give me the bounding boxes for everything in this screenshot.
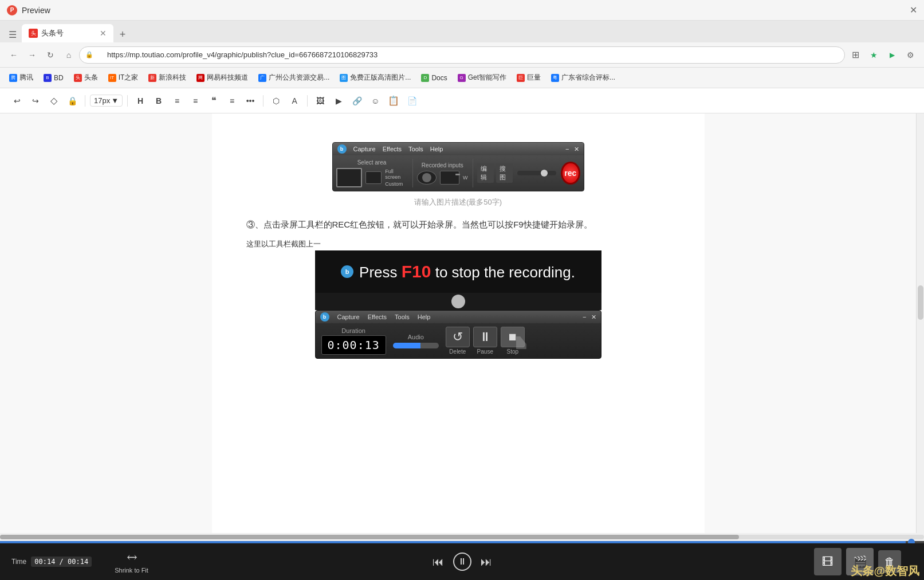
new-tab-button[interactable]: +: [115, 26, 131, 42]
bookmark-ithome[interactable]: IT IT之家: [104, 72, 143, 84]
play-pause-button[interactable]: ⏸: [453, 552, 471, 571]
bookmark-bd[interactable]: B BD: [39, 73, 68, 83]
font-color-button[interactable]: A: [286, 93, 302, 109]
time-label: Time: [11, 558, 26, 566]
duration-label: Duration: [341, 327, 365, 334]
press-f10-banner: b Press F10 to stop the recording.: [315, 250, 601, 293]
bdc-menu-help[interactable]: Help: [418, 313, 431, 320]
horizontal-scrollbar[interactable]: [0, 533, 924, 541]
bandicam-icon: b: [337, 144, 347, 154]
pause-button[interactable]: ⏸ Pause: [473, 327, 497, 355]
stop-button[interactable]: ⏹ Stop: [501, 327, 525, 355]
close-button[interactable]: ✕: [574, 146, 579, 153]
refresh-button[interactable]: ↻: [42, 47, 58, 63]
bookmark-163[interactable]: 网 网易科技频道: [192, 72, 253, 84]
bookmark-label-bd: BD: [54, 74, 64, 82]
bookmark-pic[interactable]: 图 免费正版高清图片...: [335, 72, 415, 84]
redo-button[interactable]: ↪: [27, 93, 44, 109]
browser-tab[interactable]: 头 头条号 ✕: [22, 24, 113, 42]
overlay-search: 搜图: [496, 163, 513, 183]
address-bar: ← → ↻ ⌂ 🔒 https://mp.toutiao.com/profile…: [0, 42, 924, 68]
forward-button[interactable]: →: [24, 47, 40, 63]
playback-controls: ⏮ ⏸ ⏭: [432, 552, 492, 571]
press-suffix: to stop the recording.: [431, 264, 575, 281]
bookmark-docs[interactable]: D Docs: [416, 73, 451, 83]
bookmark-toutiao[interactable]: 头 头条: [69, 72, 103, 84]
window-close-button[interactable]: ✕: [910, 5, 917, 15]
video-button[interactable]: ▶: [331, 93, 347, 109]
bold-button[interactable]: B: [151, 93, 167, 109]
template-button[interactable]: 📋: [386, 93, 402, 109]
sidebar-toggle-button[interactable]: ☰: [5, 26, 21, 42]
bookmark-gd[interactable]: 粤 广东省综合评标...: [546, 72, 620, 84]
bookmark-icon-toutiao: 头: [74, 74, 82, 82]
next-frame-button[interactable]: ⏭: [481, 555, 492, 569]
bookmark-icon-gz: 广: [258, 74, 266, 82]
rec-button[interactable]: rec: [561, 162, 580, 185]
quote-button[interactable]: ❝: [206, 93, 222, 109]
bookmark-button[interactable]: ★: [866, 47, 882, 63]
bdc-menu-tools[interactable]: Tools: [395, 313, 410, 320]
minimize-button[interactable]: −: [565, 146, 569, 153]
bookmark-label-docs: Docs: [431, 74, 447, 82]
scrollbar-thumb-h[interactable]: [0, 535, 739, 539]
menu-help[interactable]: Help: [430, 146, 443, 152]
bookmark-jl[interactable]: 巨 巨量: [512, 72, 545, 84]
bdc-close[interactable]: ✕: [591, 313, 596, 321]
bookmark-ai[interactable]: G Get智能写作: [453, 72, 511, 84]
more-button[interactable]: •••: [242, 93, 258, 109]
delete-icon: ↺: [446, 327, 470, 347]
bookmark-tencent[interactable]: 腾 腾讯: [5, 72, 38, 84]
editor-page: b Capture Effects Tools Help − ✕: [212, 113, 705, 533]
menu-capture[interactable]: Capture: [353, 146, 376, 152]
play-pause-icon: ⏸: [458, 557, 467, 567]
bdc-menu-capture[interactable]: Capture: [337, 313, 360, 320]
toolbar-separator-3: [263, 95, 264, 107]
tab-close-button[interactable]: ✕: [100, 29, 107, 38]
bookmark-icon-sina: 新: [148, 74, 156, 82]
split-view-button[interactable]: ⊞: [847, 47, 863, 63]
bdc-menu-effects[interactable]: Effects: [368, 313, 387, 320]
highlight-button[interactable]: ⬡: [268, 93, 284, 109]
scrollbar-thumb[interactable]: [918, 285, 923, 320]
delete-button[interactable]: ↺ Delete: [446, 327, 470, 355]
save-button[interactable]: 📄: [404, 93, 420, 109]
screenshot-bandicam-first: b Capture Effects Tools Help − ✕: [246, 142, 670, 191]
stop-icon: ⏹: [501, 327, 525, 347]
time-display: Time 00:14 / 00:14: [11, 557, 92, 567]
lock-button[interactable]: 🔒: [64, 93, 80, 109]
settings-button[interactable]: ⚙: [902, 47, 918, 63]
shrink-to-fit-button[interactable]: ⤢ Shrink to Fit: [115, 550, 148, 574]
bookmark-label-toutiao: 头条: [84, 73, 98, 83]
recorded-inputs-label: Recorded inputs: [417, 162, 468, 168]
webcam-label: W: [463, 175, 468, 181]
bdc-minimize[interactable]: −: [583, 313, 586, 321]
prev-frame-button[interactable]: ⏮: [432, 555, 444, 569]
undo-button[interactable]: ↩: [9, 93, 25, 109]
image-caption: 请输入图片描述(最多50字): [246, 197, 670, 207]
menu-effects[interactable]: Effects: [383, 146, 402, 152]
eraser-button[interactable]: ◇: [46, 93, 62, 109]
outdent-button[interactable]: ≡: [187, 93, 203, 109]
address-input-container[interactable]: 🔒 https://mp.toutiao.com/profile_v4/grap…: [79, 46, 845, 64]
progress-thumb[interactable]: [908, 539, 915, 543]
bookmark-gz[interactable]: 广 广州公共资源交易...: [254, 72, 334, 84]
menu-tools[interactable]: Tools: [408, 146, 423, 152]
back-button[interactable]: ←: [6, 47, 22, 63]
overlay-section: 编辑 搜图: [477, 163, 556, 183]
font-size-select[interactable]: 17px ▼: [90, 95, 123, 107]
image-button[interactable]: 🖼: [312, 93, 328, 109]
home-button[interactable]: ⌂: [61, 47, 77, 63]
vertical-scrollbar[interactable]: [916, 113, 924, 533]
audio-slider-control[interactable]: [393, 343, 439, 348]
align-button[interactable]: ≡: [224, 93, 240, 109]
bookmark-icon-bd: B: [44, 74, 52, 82]
link-button[interactable]: 🔗: [349, 93, 365, 109]
timer-display: 0:00:13: [321, 335, 386, 355]
extension-button[interactable]: ▶: [884, 47, 900, 63]
list-button[interactable]: ≡: [169, 93, 185, 109]
bookmark-sina[interactable]: 新 新浪科技: [144, 72, 191, 84]
emoji-button[interactable]: ☺: [367, 93, 383, 109]
article-text: ③、点击录屏工具栏的REC红色按钮，就可以开始录屏。当然也可以按F9快捷键开始录…: [246, 217, 670, 232]
heading-button[interactable]: H: [132, 93, 148, 109]
